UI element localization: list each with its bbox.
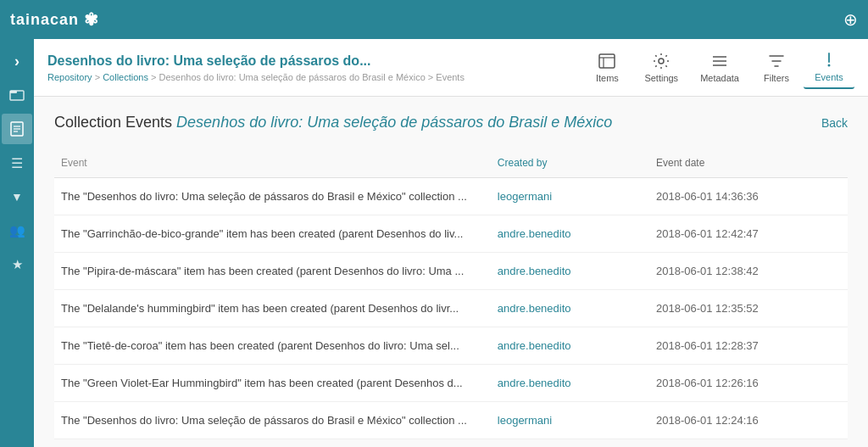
breadcrumb-repository[interactable]: Repository	[47, 72, 92, 82]
sidebar: › ☰ ▼ 👥 ★	[0, 39, 34, 447]
svg-rect-1	[10, 91, 17, 93]
col-header-event: Event	[54, 152, 491, 178]
event-date-cell: 2018-06-01 12:42:47	[649, 215, 848, 253]
nav-metadata[interactable]: Metadata	[690, 47, 749, 88]
table-row: The "Delalande's hummingbird" item has b…	[54, 290, 848, 327]
table-row: The "Pipira-de-máscara" item has been cr…	[54, 253, 848, 290]
event-cell: The "Delalande's hummingbird" item has b…	[54, 290, 491, 327]
event-date-cell: 2018-06-01 12:38:42	[649, 253, 848, 290]
table-row: The "Garrinchão-de-bico-grande" item has…	[54, 215, 848, 253]
header-left: Desenhos do livro: Uma seleção de pássar…	[47, 53, 465, 82]
table-row: The "Green Violet-Ear Hummingbird" item …	[54, 365, 848, 402]
page-title-collection: Desenhos do livro: Uma seleção de pássar…	[176, 114, 612, 131]
table-header: Event Created by Event date	[54, 152, 848, 178]
created-by-cell: andre.benedito	[491, 290, 649, 327]
app-logo[interactable]: tainacan ✾	[10, 9, 99, 30]
col-header-date: Event date	[649, 152, 848, 178]
sidebar-item-star[interactable]: ★	[2, 249, 32, 280]
breadcrumb: Repository > Collections > Desenhos do l…	[47, 72, 465, 82]
table-row: The "Desenhos do livro: Uma seleção de p…	[54, 402, 848, 439]
svg-point-13	[828, 64, 831, 67]
filters-nav-label: Filters	[764, 73, 789, 83]
collection-title: Desenhos do livro: Uma seleção de pássar…	[47, 53, 465, 69]
table-row: The "Desenhos do livro: Uma seleção de p…	[54, 178, 848, 215]
nav-items[interactable]: Items	[581, 47, 632, 88]
sidebar-item-list[interactable]: ☰	[2, 148, 32, 178]
event-cell: The "Desenhos do livro: Uma seleção de p…	[54, 402, 491, 439]
events-table: Event Created by Event date The "Desenho…	[54, 152, 848, 439]
breadcrumb-collection: Desenhos do livro: Uma seleção de pássar…	[159, 72, 425, 82]
event-cell: The "Garrinchão-de-bico-grande" item has…	[54, 215, 491, 253]
sidebar-item-filter[interactable]: ▼	[2, 182, 32, 212]
events-nav-icon	[820, 51, 838, 70]
page-title-prefix: Collection Events	[54, 114, 172, 131]
header-nav: Items Settings	[581, 46, 854, 89]
events-nav-label: Events	[815, 72, 843, 82]
filters-nav-icon	[767, 52, 786, 70]
back-button[interactable]: Back	[821, 116, 848, 130]
content-area: Collection Events Desenhos do livro: Uma…	[34, 97, 868, 447]
event-date-cell: 2018-06-01 14:36:36	[649, 178, 848, 215]
event-date-cell: 2018-06-01 12:26:16	[649, 365, 848, 402]
created-by-cell: leogermani	[491, 178, 649, 215]
breadcrumb-current: Events	[436, 72, 465, 82]
table-row: The "Tietê-de-coroa" item has been creat…	[54, 327, 848, 365]
col-header-created: Created by	[491, 152, 649, 178]
header-bar: Desenhos do livro: Uma seleção de pássar…	[34, 39, 868, 97]
nav-settings[interactable]: Settings	[634, 47, 688, 88]
logo-icon: ✾	[84, 9, 99, 30]
event-date-cell: 2018-06-01 12:35:52	[649, 290, 848, 327]
sidebar-item-expand[interactable]: ›	[2, 46, 32, 76]
items-nav-icon	[598, 52, 616, 70]
breadcrumb-sep3: >	[428, 72, 436, 82]
created-by-cell: andre.benedito	[491, 215, 649, 253]
table-body: The "Desenhos do livro: Uma seleção de p…	[54, 178, 848, 439]
wp-icon[interactable]: ⊕	[843, 9, 858, 30]
settings-nav-icon	[652, 52, 670, 70]
breadcrumb-collections[interactable]: Collections	[103, 72, 148, 82]
event-date-cell: 2018-06-01 12:28:37	[649, 327, 848, 365]
main-content: Desenhos do livro: Uma seleção de pássar…	[34, 39, 868, 447]
sidebar-item-collection[interactable]	[2, 80, 32, 110]
metadata-nav-label: Metadata	[700, 73, 739, 83]
topbar: tainacan ✾ ⊕	[0, 0, 868, 39]
items-nav-label: Items	[596, 73, 619, 83]
event-cell: The "Desenhos do livro: Uma seleção de p…	[54, 178, 491, 215]
event-cell: The "Green Violet-Ear Hummingbird" item …	[54, 365, 491, 402]
breadcrumb-sep1: >	[95, 72, 103, 82]
nav-filters[interactable]: Filters	[751, 47, 802, 88]
sidebar-item-items[interactable]	[2, 114, 32, 144]
svg-rect-6	[599, 54, 615, 68]
page-header: Collection Events Desenhos do livro: Uma…	[54, 114, 848, 131]
nav-events[interactable]: Events	[804, 46, 854, 89]
sidebar-item-users[interactable]: 👥	[2, 215, 32, 246]
event-date-cell: 2018-06-01 12:24:16	[649, 402, 848, 439]
event-cell: The "Pipira-de-máscara" item has been cr…	[54, 253, 491, 290]
metadata-nav-icon	[710, 52, 729, 70]
topbar-left: tainacan ✾	[10, 9, 99, 30]
svg-point-9	[659, 59, 664, 64]
created-by-cell: andre.benedito	[491, 253, 649, 290]
settings-nav-label: Settings	[644, 73, 678, 83]
created-by-cell: leogermani	[491, 402, 649, 439]
created-by-cell: andre.benedito	[491, 365, 649, 402]
event-cell: The "Tietê-de-coroa" item has been creat…	[54, 327, 491, 365]
created-by-cell: andre.benedito	[491, 327, 649, 365]
layout: › ☰ ▼ 👥 ★ Desenhos do livro: Uma seleção…	[0, 39, 868, 447]
page-title: Collection Events Desenhos do livro: Uma…	[54, 114, 612, 131]
logo-text: tainacan	[10, 11, 79, 29]
